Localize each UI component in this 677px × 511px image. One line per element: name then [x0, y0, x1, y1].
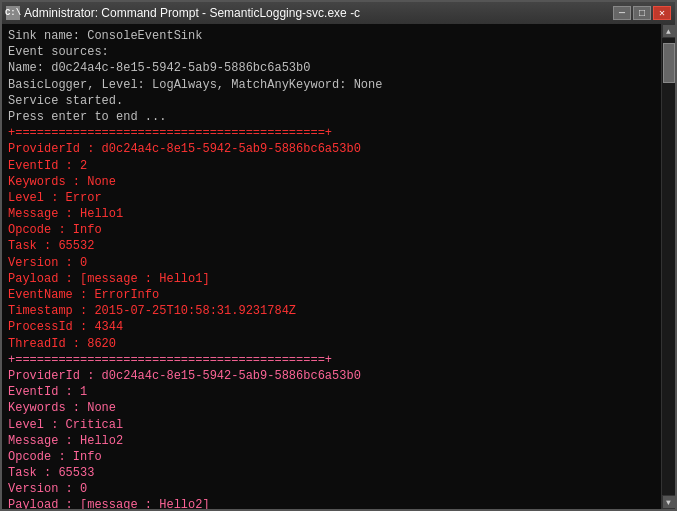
console-line: EventName : ErrorInfo: [8, 287, 655, 303]
console-area: Sink name: ConsoleEventSinkEvent sources…: [2, 24, 675, 509]
console-line: ThreadId : 8620: [8, 336, 655, 352]
console-line: Service started.: [8, 93, 655, 109]
console-line: Version : 0: [8, 255, 655, 271]
close-button[interactable]: ✕: [653, 6, 671, 20]
console-line: Message : Hello2: [8, 433, 655, 449]
minimize-button[interactable]: ─: [613, 6, 631, 20]
cmd-icon: C:\: [6, 6, 20, 20]
console-line: Press enter to end ...: [8, 109, 655, 125]
console-line: EventId : 2: [8, 158, 655, 174]
console-line: Keywords : None: [8, 400, 655, 416]
console-line: Payload : [message : Hello2]: [8, 497, 655, 509]
console-line: Version : 0: [8, 481, 655, 497]
console-line: Message : Hello1: [8, 206, 655, 222]
console-line: Name: d0c24a4c-8e15-5942-5ab9-5886bc6a53…: [8, 60, 655, 76]
scroll-thumb[interactable]: [663, 43, 675, 83]
console-line: Opcode : Info: [8, 449, 655, 465]
console-line: EventId : 1: [8, 384, 655, 400]
maximize-button[interactable]: □: [633, 6, 651, 20]
console-line: Task : 65533: [8, 465, 655, 481]
scrollbar: ▲ ▼: [661, 24, 675, 509]
console-line: Event sources:: [8, 44, 655, 60]
console-line: ProcessId : 4344: [8, 319, 655, 335]
console-line: Timestamp : 2015-07-25T10:58:31.9231784Z: [8, 303, 655, 319]
console-line: +=======================================…: [8, 352, 655, 368]
console-line: ProviderId : d0c24a4c-8e15-5942-5ab9-588…: [8, 141, 655, 157]
window: C:\ Administrator: Command Prompt - Sema…: [0, 0, 677, 511]
console-content[interactable]: Sink name: ConsoleEventSinkEvent sources…: [2, 24, 661, 509]
scroll-track: [662, 38, 675, 495]
scroll-up-button[interactable]: ▲: [662, 24, 676, 38]
console-line: Payload : [message : Hello1]: [8, 271, 655, 287]
console-line: Level : Critical: [8, 417, 655, 433]
console-line: BasicLogger, Level: LogAlways, MatchAnyK…: [8, 77, 655, 93]
console-line: Keywords : None: [8, 174, 655, 190]
title-bar-left: C:\ Administrator: Command Prompt - Sema…: [6, 6, 360, 20]
console-line: ProviderId : d0c24a4c-8e15-5942-5ab9-588…: [8, 368, 655, 384]
console-line: Level : Error: [8, 190, 655, 206]
title-bar-buttons: ─ □ ✕: [613, 6, 671, 20]
title-text: Administrator: Command Prompt - Semantic…: [24, 6, 360, 20]
console-line: Task : 65532: [8, 238, 655, 254]
title-bar: C:\ Administrator: Command Prompt - Sema…: [2, 2, 675, 24]
scroll-down-button[interactable]: ▼: [662, 495, 676, 509]
console-line: Sink name: ConsoleEventSink: [8, 28, 655, 44]
console-line: +=======================================…: [8, 125, 655, 141]
console-line: Opcode : Info: [8, 222, 655, 238]
